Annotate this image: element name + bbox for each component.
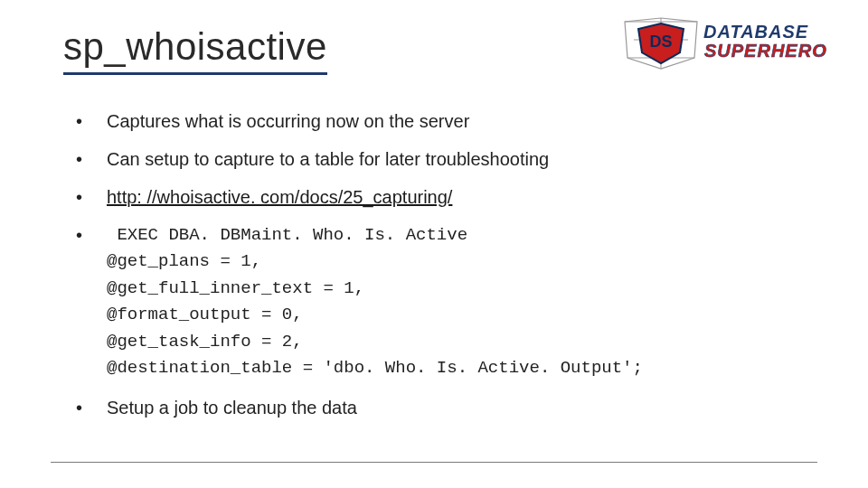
bullet-item-code: EXEC DBA. DBMaint. Who. Is. Active @get_… xyxy=(71,222,814,382)
logo-text: DATABASE SUPERHERO xyxy=(703,22,827,61)
slide-title: sp_whoisactive xyxy=(63,25,327,75)
logo-badge-text: DS xyxy=(649,33,672,51)
bullet-text: Captures what is occurring now on the se… xyxy=(107,111,469,131)
code-line: @destination_table = 'dbo. Who. Is. Acti… xyxy=(107,358,643,378)
code-line: @get_task_info = 2, xyxy=(107,332,303,352)
bullet-text: Can setup to capture to a table for late… xyxy=(107,149,549,169)
bullet-item: Captures what is occurring now on the se… xyxy=(71,108,814,134)
svg-text:DATABASE: DATABASE xyxy=(703,22,808,42)
footer-divider xyxy=(51,462,817,463)
code-block: EXEC DBA. DBMaint. Who. Is. Active @get_… xyxy=(107,222,814,382)
bullet-item: http: //whoisactive. com/docs/25_capturi… xyxy=(71,184,814,210)
code-line: @get_full_inner_text = 1, xyxy=(107,278,364,298)
bullet-item: Setup a job to cleanup the data xyxy=(71,395,814,420)
code-line: EXEC DBA. DBMaint. Who. Is. Active xyxy=(107,225,467,245)
slide: sp_whoisactive DS DATABASE SUPERHERO xyxy=(0,0,868,488)
svg-text:SUPERHERO: SUPERHERO xyxy=(704,41,827,61)
content-area: Captures what is occurring now on the se… xyxy=(71,108,814,433)
bullet-link[interactable]: http: //whoisactive. com/docs/25_capturi… xyxy=(107,187,452,207)
code-line: @get_plans = 1, xyxy=(107,251,261,271)
bullet-list: Captures what is occurring now on the se… xyxy=(71,108,814,420)
code-line: @format_output = 0, xyxy=(107,305,303,324)
bullet-text: Setup a job to cleanup the data xyxy=(107,398,357,418)
bullet-item: Can setup to capture to a table for late… xyxy=(71,146,814,172)
logo-shield-icon: DS xyxy=(638,23,684,63)
logo-database-superhero: DS DATABASE SUPERHERO xyxy=(620,13,846,76)
